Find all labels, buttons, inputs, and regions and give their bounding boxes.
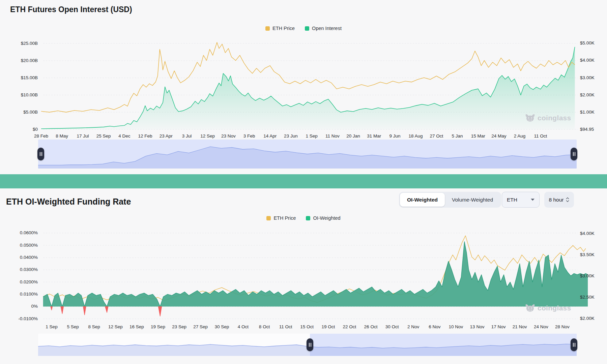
- coinglass-bull-icon: [525, 303, 536, 313]
- interval-select-value: 8 hour: [549, 197, 564, 203]
- x-axis-tick: 31 Mar: [367, 133, 381, 139]
- x-axis-tick: 15 Mar: [471, 133, 485, 139]
- y-axis-left-tick: $5.00B: [0, 109, 38, 115]
- legend-swatch: [305, 26, 309, 31]
- y-axis-right-tick: $1.00K: [580, 109, 595, 115]
- coinglass-watermark: coinglass: [525, 303, 571, 313]
- oi-chart-plot-area[interactable]: [42, 35, 578, 130]
- y-axis-right-tick: $2.00K: [580, 92, 595, 98]
- x-axis-tick: 4 Dec: [118, 133, 130, 139]
- navigator-right-handle[interactable]: [571, 148, 577, 160]
- coinglass-dashboard: ETH Futures Open Interest (USD) ETH Pric…: [0, 0, 607, 364]
- x-axis-tick: 11 Nov: [325, 133, 340, 139]
- y-axis-left-tick: 0.0100%: [0, 291, 38, 297]
- x-axis-tick: 27 Sep: [193, 324, 208, 330]
- coinglass-bull-icon: [525, 113, 536, 123]
- x-axis-tick: 23 Apr: [160, 133, 173, 139]
- x-axis-tick: 12 Feb: [138, 133, 152, 139]
- x-axis-tick: 9 Jun: [389, 133, 400, 139]
- x-axis-tick: 10 Nov: [449, 324, 463, 330]
- x-axis-tick: 19 Sep: [151, 324, 165, 330]
- x-axis-tick: 26 Oct: [364, 324, 378, 330]
- legend-item[interactable]: OI-Weighted: [306, 215, 340, 221]
- x-axis-tick: 1 Sep: [46, 324, 57, 330]
- x-axis-tick: 2 Nov: [407, 324, 419, 330]
- funding-rate-chart-title: ETH OI-Weighted Funding Rate: [6, 197, 131, 207]
- x-axis-tick: 6 Nov: [429, 324, 440, 330]
- x-axis-tick: 3 Feb: [243, 133, 255, 139]
- x-axis-tick: 4 Oct: [238, 324, 249, 330]
- legend-swatch: [306, 216, 310, 220]
- x-axis-tick: 15 Oct: [300, 324, 314, 330]
- y-axis-left-tick: $0: [0, 126, 38, 132]
- watermark-label: coinglass: [538, 304, 571, 312]
- legend-label: OI-Weighted: [313, 215, 340, 221]
- x-axis-tick: 1 Sep: [306, 133, 317, 139]
- y-axis-right-tick: $5.00K: [580, 40, 595, 46]
- navigator-left-handle[interactable]: [307, 338, 313, 351]
- legend-label: ETH Price: [272, 26, 295, 31]
- y-axis-left-tick: 0%: [0, 303, 38, 309]
- x-axis-tick: 28 Nov: [555, 324, 570, 330]
- legend-swatch: [266, 216, 271, 220]
- x-axis-tick: 11 Oct: [534, 133, 547, 139]
- legend-item[interactable]: ETH Price: [265, 26, 295, 31]
- y-axis-left-tick: $25.00B: [0, 40, 38, 47]
- y-axis-left-tick: $10.00B: [0, 92, 38, 98]
- section-divider: [0, 174, 607, 188]
- x-axis-tick: 23 Sep: [172, 324, 186, 330]
- x-axis-tick: 16 Sep: [129, 324, 144, 330]
- x-axis-tick: 8 Oct: [259, 324, 270, 330]
- x-axis-tick: 17 Nov: [491, 324, 506, 330]
- y-axis-left-tick: 0.0500%: [0, 242, 38, 248]
- x-axis-tick: 12 Sep: [108, 324, 123, 330]
- open-interest-legend: ETH PriceOpen Interest: [0, 26, 607, 31]
- navigator-left-handle[interactable]: [37, 148, 44, 160]
- open-interest-chart-title: ETH Futures Open Interest (USD): [10, 5, 132, 14]
- x-axis-tick: 11 Oct: [279, 324, 292, 330]
- interval-select-button[interactable]: 8 hour: [544, 192, 574, 208]
- y-axis-right-tick: $94.95: [580, 126, 594, 132]
- legend-label: Open Interest: [312, 26, 342, 31]
- x-axis-tick: 5 Jan: [452, 133, 463, 139]
- x-axis-tick: 12 Sep: [200, 133, 215, 139]
- y-axis-left-tick: 0.0400%: [0, 254, 38, 261]
- legend-label: ETH Price: [273, 215, 296, 221]
- funding-rate-legend: ETH PriceOI-Weighted: [0, 215, 607, 221]
- weighting-segmented-control: OI-Weighted Volume-Weighted: [399, 192, 501, 208]
- funding-chart-range-navigator[interactable]: [38, 334, 577, 356]
- x-axis-tick: 2 Aug: [514, 133, 526, 139]
- coin-select-value: ETH: [507, 197, 517, 203]
- x-axis-tick: 8 Sep: [88, 324, 100, 330]
- y-axis-left-tick: $15.00B: [0, 75, 38, 81]
- x-axis-tick: 3 Jul: [182, 133, 192, 139]
- chevron-down-icon: [531, 199, 534, 201]
- x-axis-tick: 21 Nov: [513, 324, 527, 330]
- x-axis-tick: 24 Nov: [534, 324, 548, 330]
- x-axis-tick: 20 Jan: [346, 133, 360, 139]
- x-axis-tick: 30 Sep: [214, 324, 229, 330]
- x-axis-tick: 24 May: [491, 133, 506, 139]
- navigator-right-handle[interactable]: [571, 338, 577, 351]
- oi-chart-range-navigator[interactable]: [38, 140, 577, 169]
- x-axis-tick: 8 May: [56, 133, 68, 139]
- x-axis-tick: 23 Nov: [221, 133, 236, 139]
- volume-weighted-tab[interactable]: Volume-Weighted: [445, 193, 500, 207]
- watermark-label: coinglass: [538, 114, 571, 122]
- x-axis-tick: 19 Oct: [321, 324, 335, 330]
- y-axis-right-tick: $4.00K: [580, 57, 595, 63]
- x-axis-tick: 14 Apr: [263, 133, 277, 139]
- legend-item[interactable]: Open Interest: [305, 26, 342, 31]
- x-axis-tick: 30 Oct: [385, 324, 399, 330]
- x-axis-tick: 23 Jun: [284, 133, 298, 139]
- y-axis-left-tick: 0.0600%: [0, 230, 38, 236]
- x-axis-tick: 17 Jul: [77, 133, 89, 139]
- oi-weighted-tab[interactable]: OI-Weighted: [400, 193, 445, 207]
- coin-select-dropdown[interactable]: ETH: [502, 192, 540, 208]
- funding-chart-plot-area[interactable]: [43, 229, 589, 321]
- legend-swatch: [265, 26, 270, 31]
- up-down-stepper-icon: [566, 197, 569, 203]
- legend-item[interactable]: ETH Price: [266, 215, 296, 221]
- x-axis-tick: 13 Nov: [470, 324, 485, 330]
- x-axis-tick: 25 Sep: [96, 133, 111, 139]
